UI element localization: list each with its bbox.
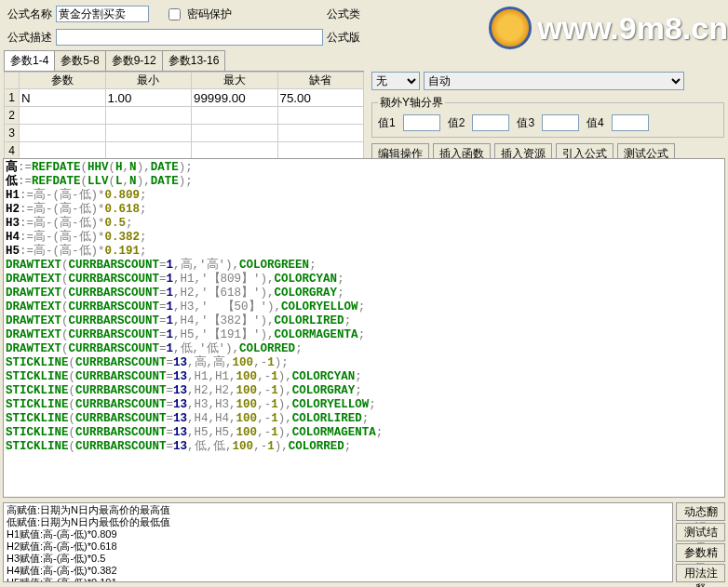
v2-input[interactable] bbox=[472, 114, 509, 131]
param-max-input[interactable] bbox=[192, 126, 277, 141]
param-min-input[interactable] bbox=[106, 143, 192, 159]
extra-axis-legend: 额外Y轴分界 bbox=[378, 95, 445, 111]
watermark-logo-icon bbox=[489, 7, 532, 49]
formula-name-label: 公式名称 bbox=[4, 7, 56, 22]
v3-label: 值3 bbox=[517, 115, 534, 131]
param-def-input[interactable] bbox=[278, 143, 364, 159]
param-max-input[interactable] bbox=[192, 108, 277, 124]
param-min-input[interactable] bbox=[106, 108, 192, 124]
watermark-text: www.9m8.cn bbox=[537, 10, 728, 47]
param-row: 1 bbox=[5, 89, 364, 107]
v4-input[interactable] bbox=[612, 114, 649, 131]
formula-desc-input[interactable] bbox=[56, 29, 323, 46]
extra-axis-fieldset: 额外Y轴分界 值1 值2 值3 值4 bbox=[371, 95, 724, 138]
col-param-name: 参数 bbox=[20, 73, 106, 89]
param-def-input[interactable] bbox=[278, 108, 364, 124]
password-protect-checkbox[interactable] bbox=[169, 8, 181, 20]
formula-name-input[interactable] bbox=[56, 6, 149, 22]
tab-params-1-4[interactable]: 参数1-4 bbox=[4, 50, 55, 71]
tab-params-5-8[interactable]: 参数5-8 bbox=[54, 50, 105, 71]
code-editor[interactable]: 高:=REFDATE(HHV(H,N),DATE); 低:=REFDATE(LL… bbox=[3, 158, 725, 498]
watermark: www.9m8.cn bbox=[489, 0, 728, 56]
param-def-input[interactable] bbox=[278, 126, 364, 141]
v1-input[interactable] bbox=[403, 114, 440, 131]
select-none[interactable]: 无 bbox=[371, 72, 420, 90]
v2-label: 值2 bbox=[448, 115, 465, 131]
param-name-input[interactable] bbox=[20, 90, 105, 106]
tab-params-9-12[interactable]: 参数9-12 bbox=[105, 50, 163, 71]
formula-class-label: 公式类 bbox=[323, 7, 364, 22]
param-row: 2 bbox=[5, 107, 364, 125]
v3-input[interactable] bbox=[542, 114, 579, 131]
col-param-max: 最大 bbox=[192, 73, 278, 89]
param-wizard-button[interactable]: 参数精灵 bbox=[676, 543, 725, 562]
tab-params-13-16[interactable]: 参数13-16 bbox=[162, 50, 226, 71]
param-name-input[interactable] bbox=[20, 126, 105, 141]
dynamic-translate-button[interactable]: 动态翻译 bbox=[676, 502, 725, 521]
formula-ver-label: 公式版 bbox=[323, 30, 364, 46]
col-param-min: 最小 bbox=[105, 73, 192, 89]
translation-output[interactable]: 高赋值:日期为N日内最高价的最高值 低赋值:日期为N日内最低价的最低值 H1赋值… bbox=[3, 502, 673, 582]
usage-comment-button[interactable]: 用法注释 bbox=[676, 564, 725, 582]
param-name-input[interactable] bbox=[20, 143, 105, 159]
formula-desc-label: 公式描述 bbox=[4, 30, 56, 46]
param-row: 4 bbox=[5, 142, 364, 160]
param-tabs: 参数1-4 参数5-8 参数9-12 参数13-16 bbox=[4, 50, 364, 72]
param-min-input[interactable] bbox=[106, 126, 192, 141]
param-table: 参数 最小 最大 缺省 1234 bbox=[4, 72, 364, 160]
v1-label: 值1 bbox=[378, 115, 396, 131]
param-def-input[interactable] bbox=[278, 90, 364, 106]
param-max-input[interactable] bbox=[192, 90, 277, 106]
v4-label: 值4 bbox=[586, 115, 604, 131]
param-name-input[interactable] bbox=[20, 108, 105, 124]
test-result-button[interactable]: 测试结果 bbox=[676, 523, 725, 541]
select-auto[interactable]: 自动 bbox=[424, 72, 684, 90]
param-max-input[interactable] bbox=[192, 143, 277, 159]
param-row: 3 bbox=[5, 125, 364, 142]
col-param-def: 缺省 bbox=[277, 73, 364, 89]
password-protect-label: 密码保护 bbox=[183, 7, 236, 22]
param-min-input[interactable] bbox=[106, 90, 192, 106]
